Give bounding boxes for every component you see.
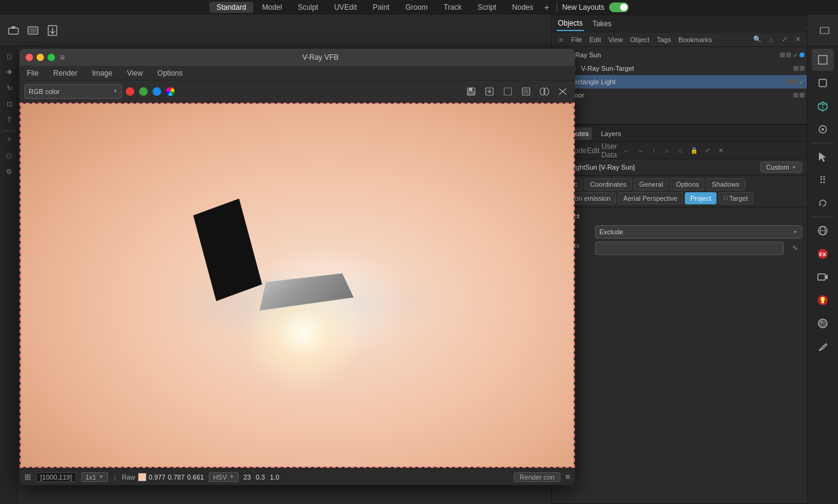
select-mode-icon[interactable] [812, 146, 834, 168]
search-icon[interactable]: 🔍 [752, 34, 763, 45]
rotate-mode-icon[interactable] [812, 192, 834, 214]
prop-tab-project[interactable]: Project [685, 192, 717, 204]
tab-groom[interactable]: Groom [398, 2, 435, 13]
status-lines-icon[interactable]: ≡ [565, 472, 570, 481]
tab-uvedit[interactable]: UVEdit [327, 2, 364, 13]
ortho-icon[interactable] [812, 72, 834, 94]
attrs-lock-button[interactable]: 🔒 [688, 145, 699, 156]
rotate-left-icon[interactable]: ↻ [2, 81, 16, 95]
video-icon[interactable] [812, 266, 834, 288]
new-layouts-toggle[interactable] [609, 2, 629, 12]
tab-track[interactable]: Track [436, 2, 469, 13]
red-channel-button[interactable] [126, 87, 134, 96]
dot-grid-icon[interactable]: ⠿ [2, 132, 16, 147]
fx-icon[interactable]: FX [812, 243, 834, 265]
perspective-icon[interactable] [812, 49, 834, 71]
fullscreen-window-button[interactable] [48, 54, 55, 61]
add-layout-button[interactable]: + [542, 2, 552, 12]
mask-icon[interactable] [537, 84, 552, 99]
minimize-window-button[interactable] [37, 54, 44, 61]
vfb-file-menu[interactable]: File [24, 68, 41, 79]
object-menu[interactable]: Object [627, 35, 652, 45]
attrs-forward-button[interactable]: → [635, 145, 646, 156]
tab-script[interactable]: Script [470, 2, 504, 13]
list-item[interactable]: ▭ Rectangle Light ✓ [552, 75, 807, 88]
close-icon[interactable]: ✕ [792, 34, 803, 45]
hamburger-icon[interactable]: ≡ [555, 34, 566, 45]
view-menu[interactable]: View [606, 35, 626, 45]
attrs-close-button[interactable]: ✕ [715, 145, 726, 156]
brush-icon[interactable]: ⚙ [2, 164, 16, 179]
prop-tab-shadows[interactable]: Shadows [706, 178, 745, 190]
expand-icon[interactable]: ⤢ [779, 34, 790, 45]
close-window-button[interactable] [26, 54, 33, 61]
save-render-icon[interactable] [44, 22, 61, 39]
tab-model[interactable]: Model [255, 2, 289, 13]
project-section: Project Mode Exclude Objects ✎ [552, 207, 807, 261]
compare-icon[interactable] [555, 84, 570, 99]
prop-tab-aerial-perspective[interactable]: Aerial Perspective [618, 192, 683, 204]
list-item[interactable]: ▱ Floor [552, 88, 807, 102]
grid-icon[interactable]: ⠿ [812, 169, 834, 191]
prop-tab-target[interactable]: □ Target [718, 192, 753, 204]
tab-takes[interactable]: Takes [591, 17, 613, 31]
attrs-back-button[interactable]: ← [621, 145, 632, 156]
attrs-edit-label[interactable]: Edit [587, 145, 599, 157]
tab-standard[interactable]: Standard [209, 2, 254, 13]
select-icon[interactable]: ◻ [2, 49, 16, 63]
blue-channel-button[interactable] [153, 87, 161, 96]
channel-dropdown[interactable]: RGB color [24, 84, 122, 99]
edit-pencil-icon[interactable]: ✎ [789, 242, 802, 255]
render-icon[interactable] [24, 22, 42, 39]
prop-tab-options[interactable]: Options [670, 178, 704, 190]
tab-nodes[interactable]: Nodes [505, 2, 541, 13]
list-item[interactable]: ☀ V-Ray Sun ✓ [552, 48, 807, 62]
attrs-expand-button[interactable]: ⤢ [702, 145, 713, 156]
prop-tab-general[interactable]: General [634, 178, 668, 190]
text-icon[interactable]: T [2, 112, 16, 127]
selection-icon[interactable] [500, 84, 515, 99]
prop-tab-coordinates[interactable]: Coordinates [585, 178, 632, 190]
vfb-options-menu[interactable]: Options [155, 68, 185, 79]
attrs-up-button[interactable]: ↑ [648, 145, 659, 156]
objects-field[interactable] [595, 242, 784, 255]
green-channel-button[interactable] [139, 87, 148, 96]
tab-sculpt[interactable]: Sculpt [291, 2, 325, 13]
custom-dropdown[interactable]: Custom [760, 162, 802, 173]
vfb-image-menu[interactable]: Image [90, 68, 115, 79]
cube-icon[interactable] [812, 95, 834, 117]
attrs-user-data-label[interactable]: User Data [603, 145, 615, 157]
all-channels-button[interactable] [166, 87, 175, 96]
bookmarks-menu[interactable]: Bookmarks [676, 35, 714, 45]
view-icon[interactable] [519, 84, 533, 99]
vfb-view-menu[interactable]: View [125, 68, 145, 79]
move-left-icon[interactable]: ✚ [2, 65, 16, 79]
mode-dropdown[interactable]: Exclude [595, 225, 802, 239]
tab-objects[interactable]: Objects [557, 16, 584, 31]
globe-icon[interactable] [812, 220, 834, 242]
scale-icon[interactable]: ⊡ [2, 96, 16, 111]
scale-dropdown[interactable]: 1x1 [81, 472, 108, 482]
edit-menu[interactable]: Edit [587, 35, 604, 45]
export-icon[interactable] [482, 84, 497, 99]
list-item[interactable]: ⊕ V-Ray Sun-Target [552, 62, 807, 75]
vfb-render-menu[interactable]: Render [51, 68, 79, 79]
node-icon[interactable]: ⬡ [2, 148, 16, 163]
camera-icon[interactable] [5, 22, 22, 39]
pen-icon[interactable] [812, 336, 834, 358]
attrs-search-button[interactable]: ⌕ [662, 145, 673, 156]
render-small-icon[interactable] [816, 22, 833, 39]
material-icon[interactable] [812, 312, 834, 334]
light-icon[interactable] [812, 289, 834, 311]
vfb-menu-icon[interactable]: ≡ [60, 52, 65, 62]
home-icon[interactable]: ⌂ [765, 34, 776, 45]
settings-icon[interactable] [812, 118, 834, 140]
tab-layers[interactable]: Layers [597, 128, 624, 140]
attrs-home-button[interactable]: ⌂ [675, 145, 686, 156]
hsv-dropdown[interactable]: HSV [209, 472, 239, 482]
save-icon[interactable] [464, 84, 479, 99]
file-menu[interactable]: File [569, 35, 585, 45]
render-correction-button[interactable]: Render corr [514, 472, 560, 482]
tab-paint[interactable]: Paint [366, 2, 397, 13]
tags-menu[interactable]: Tags [654, 35, 673, 45]
